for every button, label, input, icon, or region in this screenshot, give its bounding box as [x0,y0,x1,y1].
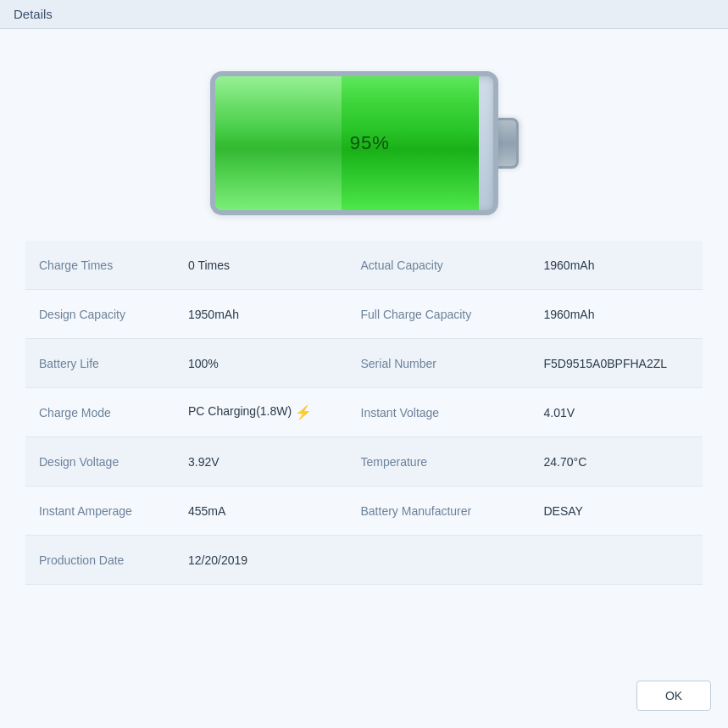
charging-icon: ⚡ [295,404,312,420]
info-label: Production Date [25,545,178,575]
info-label: Charge Mode [25,397,178,428]
window-title: Details [14,7,53,21]
info-label: Instant Voltage [347,397,534,428]
table-row: Design Capacity1950mAhFull Charge Capaci… [25,290,703,339]
info-value: 12/20/2019 [178,545,347,575]
info-value: 4.01V [534,397,703,428]
battery-section: 95% [25,46,703,241]
info-label: Full Charge Capacity [347,299,534,330]
battery-wrapper: 95% [210,71,519,215]
info-label: Charge Times [25,250,178,281]
info-label [347,552,534,569]
info-table: Charge Times0 TimesActual Capacity1960mA… [25,241,703,659]
info-value: 1960mAh [534,250,703,281]
info-label: Actual Capacity [347,250,534,281]
table-row: Design Voltage3.92VTemperature24.70°C [25,437,703,486]
table-row: Charge ModePC Charging(1.8W)⚡Instant Vol… [25,388,703,437]
battery-body: 95% [210,71,498,215]
info-value: F5D9515A0BPFHA2ZL [534,348,703,379]
info-label: Design Voltage [25,447,178,477]
footer: OK [0,668,728,728]
info-value: 1950mAh [178,299,347,330]
info-value: 3.92V [178,447,347,477]
table-row: Production Date12/20/2019 [25,536,703,585]
battery-details-window: Details 95% Charge Times0 TimesActual Ca… [0,0,728,728]
battery-terminal [497,118,519,169]
info-value: 24.70°C [534,447,703,477]
main-content: 95% Charge Times0 TimesActual Capacity19… [0,29,728,668]
info-value: 0 Times [178,250,347,281]
table-row: Charge Times0 TimesActual Capacity1960mA… [25,241,703,290]
table-row: Battery Life100%Serial NumberF5D9515A0BP… [25,339,703,388]
info-value: 100% [178,348,347,379]
info-value: PC Charging(1.8W)⚡ [178,396,347,429]
ok-button[interactable]: OK [636,681,711,711]
table-row: Instant Amperage455mABattery Manufacture… [25,486,703,536]
info-value [534,552,703,569]
info-value: 455mA [178,496,347,526]
info-label: Battery Manufacturer [347,496,534,526]
battery-percentage: 95% [350,132,390,154]
info-value: DESAY [534,496,703,526]
info-label: Design Capacity [25,299,178,330]
info-label: Serial Number [347,348,534,379]
info-value: 1960mAh [534,299,703,330]
info-label: Instant Amperage [25,496,178,526]
info-label: Battery Life [25,348,178,379]
info-label: Temperature [347,447,534,477]
title-bar: Details [0,0,728,29]
battery-fill [215,76,480,210]
